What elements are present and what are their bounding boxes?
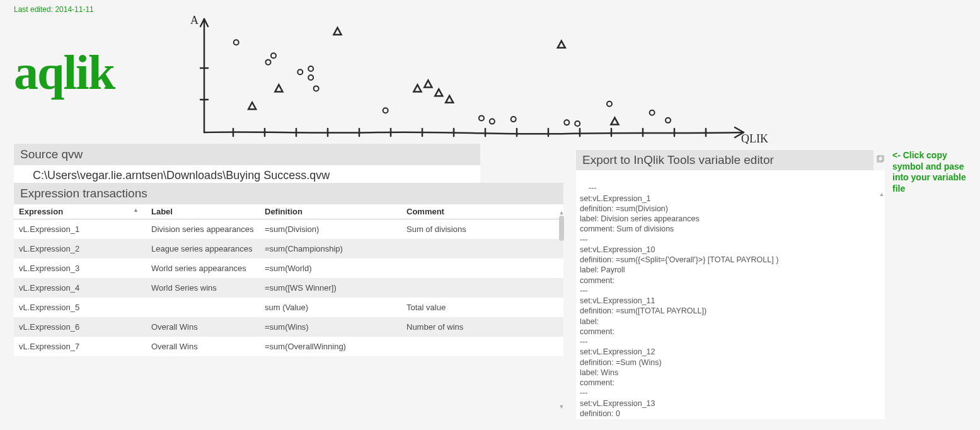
cell-definition[interactable]: =sum(World) — [260, 259, 401, 278]
cell-comment[interactable]: Total value — [401, 298, 563, 317]
table-row[interactable]: vL.Expression_5sum (Value)Total value — [14, 298, 563, 317]
cell-comment[interactable]: Sum of divisions — [401, 219, 563, 240]
svg-rect-1 — [879, 155, 884, 161]
cell-comment[interactable] — [401, 278, 563, 298]
cell-definition[interactable]: =sum(Championship) — [260, 239, 401, 259]
chart-y-label: A — [190, 14, 199, 26]
chart-point — [248, 102, 256, 109]
cell-comment[interactable] — [401, 239, 563, 259]
col-header-label[interactable]: Label — [146, 204, 260, 219]
chart-point — [607, 102, 612, 107]
chart-point — [334, 28, 342, 35]
chart-point — [383, 108, 388, 113]
chart-point — [308, 75, 313, 80]
export-scrollbar[interactable]: ▲ ▼ — [879, 170, 885, 419]
table-row[interactable]: vL.Expression_6Overall Wins=sum(Wins)Num… — [14, 317, 563, 337]
cell-comment[interactable] — [401, 337, 563, 356]
chart-point — [564, 120, 569, 125]
copy-icon[interactable] — [873, 155, 885, 166]
cell-expression[interactable]: vL.Expression_1 — [14, 219, 146, 240]
cell-expression[interactable]: vL.Expression_3 — [14, 259, 146, 278]
chart-point — [271, 53, 276, 58]
cell-definition[interactable]: =sum([WS Winner]) — [260, 278, 401, 298]
table-row[interactable]: vL.Expression_4World Series wins=sum([WS… — [14, 278, 563, 298]
chart-point — [266, 60, 271, 65]
chart-point — [297, 69, 303, 74]
cell-label[interactable]: Overall Wins — [146, 317, 260, 337]
chart-point — [413, 84, 421, 91]
col-header-expression[interactable]: Expression▲ — [14, 204, 146, 219]
chart-point — [511, 117, 516, 122]
table-row[interactable]: vL.Expression_7Overall Wins=sum(OverallW… — [14, 337, 563, 356]
scatter-chart: A QLIK — [189, 11, 781, 144]
table-scrollbar[interactable]: ▲ ▼ — [558, 209, 565, 411]
cell-expression[interactable]: vL.Expression_7 — [14, 337, 146, 356]
chart-point — [490, 119, 495, 124]
expression-transactions-panel: Expression transactions Expression▲ Labe… — [14, 183, 563, 356]
cell-comment[interactable]: Number of wins — [401, 317, 563, 337]
table-row[interactable]: vL.Expression_2League series appearances… — [14, 239, 563, 259]
cell-label[interactable] — [146, 298, 260, 317]
chart-point — [575, 121, 580, 126]
cell-label[interactable]: Division series appearances — [146, 219, 260, 240]
copy-hint-text: <- Click copy symbol and pase into your … — [892, 150, 968, 194]
cell-expression[interactable]: vL.Expression_4 — [14, 278, 146, 298]
expression-transactions-header: Expression transactions — [14, 183, 563, 204]
chart-point — [479, 115, 484, 120]
export-panel: Export to InQlik Tools variable editor -… — [576, 150, 885, 419]
source-qvw-panel: Source qvw C:\Users\vegar.lie.arntsen\Do… — [14, 144, 480, 186]
chart-point — [666, 118, 671, 123]
cell-expression[interactable]: vL.Expression_5 — [14, 298, 146, 317]
chart-point — [446, 96, 453, 103]
table-row[interactable]: vL.Expression_1Division series appearanc… — [14, 219, 563, 240]
last-edited-label: Last edited: 2014-11-11 — [14, 5, 94, 14]
scroll-thumb[interactable] — [559, 216, 564, 241]
aqlik-logo: aqlik — [14, 44, 114, 101]
chart-point — [650, 110, 655, 115]
cell-comment[interactable] — [401, 259, 563, 278]
sort-asc-icon: ▲ — [133, 207, 139, 213]
chart-point — [611, 118, 618, 125]
chart-x-label: QLIK — [741, 132, 768, 144]
cell-definition[interactable]: =sum(OverallWinning) — [260, 337, 401, 356]
table-row[interactable]: vL.Expression_3World series appearances=… — [14, 259, 563, 278]
chart-point — [275, 84, 282, 91]
cell-label[interactable]: Overall Wins — [146, 337, 260, 356]
cell-definition[interactable]: =sum(Wins) — [260, 317, 401, 337]
cell-expression[interactable]: vL.Expression_2 — [14, 239, 146, 259]
cell-label[interactable]: World series appearances — [146, 259, 260, 278]
chart-point — [424, 80, 432, 87]
scroll-up-icon[interactable]: ▲ — [879, 191, 885, 197]
col-header-definition[interactable]: Definition — [260, 204, 401, 219]
scroll-down-icon[interactable]: ▼ — [558, 404, 565, 410]
cell-label[interactable]: World Series wins — [146, 278, 260, 298]
export-header: Export to InQlik Tools variable editor — [576, 150, 873, 170]
cell-label[interactable]: League series appearances — [146, 239, 260, 259]
chart-point — [314, 86, 319, 91]
chart-point — [308, 66, 313, 71]
chart-point — [558, 41, 565, 48]
col-header-comment[interactable]: Comment — [401, 204, 563, 219]
chart-point — [435, 89, 442, 96]
scroll-up-icon[interactable]: ▲ — [558, 209, 565, 216]
cell-expression[interactable]: vL.Expression_6 — [14, 317, 146, 337]
cell-definition[interactable]: sum (Value) — [260, 298, 401, 317]
source-qvw-header: Source qvw — [14, 144, 480, 165]
expression-table[interactable]: Expression▲ Label Definition Comment vL.… — [14, 204, 563, 356]
export-body[interactable]: --- set:vL.Expression_1 definition: =sum… — [576, 170, 885, 419]
svg-rect-0 — [877, 156, 882, 162]
cell-definition[interactable]: =sum(Division) — [260, 219, 401, 240]
chart-point — [234, 40, 239, 45]
